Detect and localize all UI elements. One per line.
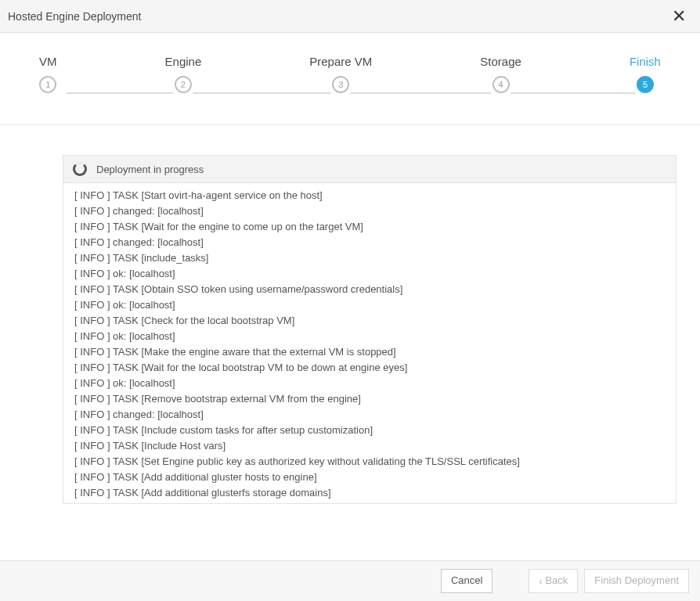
wizard-step-vm[interactable]: VM 1	[39, 55, 57, 93]
log-line: [ INFO ] TASK [Obtain SSO token using us…	[74, 282, 665, 297]
dialog-footer: Cancel ‹ Back Finish Deployment	[0, 560, 700, 601]
wizard-step-finish[interactable]: Finish 5	[630, 55, 661, 93]
chevron-left-icon: ‹	[539, 577, 542, 586]
wizard-step-number: 2	[175, 76, 192, 93]
back-button: ‹ Back	[529, 569, 578, 592]
back-button-label: Back	[545, 574, 568, 588]
log-line: [ INFO ] TASK [Include Host vars]	[74, 438, 665, 454]
cancel-button[interactable]: Cancel	[441, 569, 493, 592]
deployment-content: Deployment in progress [ INFO ] TASK [St…	[0, 125, 700, 512]
log-line: [ INFO ] ok: [localhost]	[74, 297, 665, 313]
wizard-steps: VM 1 Engine 2 Prepare VM 3 Storage 4 Fin…	[0, 33, 700, 125]
log-line: [ INFO ] TASK [Wait for the engine to co…	[74, 219, 665, 235]
log-line: [ INFO ] ok: [localhost]	[74, 329, 665, 344]
log-line: [ INFO ] ok: [localhost]	[74, 266, 665, 282]
log-line: [ INFO ] TASK [include_tasks]	[74, 250, 665, 266]
wizard-step-storage[interactable]: Storage 4	[480, 55, 521, 93]
log-line: [ INFO ] TASK [Make the engine aware tha…	[74, 344, 665, 360]
status-text: Deployment in progress	[96, 164, 204, 175]
finish-deployment-button: Finish Deployment	[584, 569, 689, 592]
wizard-step-prepare-vm[interactable]: Prepare VM 3	[309, 55, 372, 93]
log-line: [ INFO ] TASK [Check for the local boots…	[74, 313, 665, 329]
log-line: [ INFO ] ok: [localhost]	[74, 376, 665, 391]
dialog-title: Hosted Engine Deployment	[8, 10, 141, 23]
log-line: [ INFO ] changed: [localhost]	[74, 235, 665, 250]
wizard-step-number: 4	[493, 76, 510, 93]
wizard-step-label: VM	[39, 55, 57, 68]
log-line: [ INFO ] TASK [Remove bootstrap external…	[74, 391, 665, 407]
deployment-log[interactable]: [ INFO ] TASK [Start ovirt-ha-agent serv…	[63, 183, 677, 504]
wizard-step-label: Finish	[630, 55, 661, 68]
log-line: [ INFO ] changed: [localhost]	[74, 203, 665, 219]
status-bar: Deployment in progress	[63, 155, 677, 183]
wizard-step-label: Prepare VM	[309, 55, 372, 68]
log-line: [ INFO ] TASK [Include custom tasks for …	[74, 423, 665, 438]
dialog-header: Hosted Engine Deployment ✕	[0, 0, 700, 33]
wizard-step-label: Engine	[165, 55, 202, 68]
log-line: [ INFO ] TASK [Add additional glusterfs …	[74, 485, 665, 501]
log-line: [ INFO ] TASK [Wait for the local bootst…	[74, 360, 665, 376]
log-line: [ INFO ] TASK [Add additional gluster ho…	[74, 470, 665, 485]
log-line: [ INFO ] TASK [Start ovirt-ha-agent serv…	[74, 188, 665, 203]
close-icon[interactable]: ✕	[672, 8, 686, 25]
wizard-step-label: Storage	[480, 55, 521, 68]
wizard-step-engine[interactable]: Engine 2	[165, 55, 202, 93]
log-line: [ INFO ] changed: [localhost]	[74, 407, 665, 423]
wizard-step-number: 5	[637, 76, 654, 93]
spinner-icon	[73, 162, 87, 176]
log-line: [ INFO ] TASK [Set Engine public key as …	[74, 454, 665, 470]
